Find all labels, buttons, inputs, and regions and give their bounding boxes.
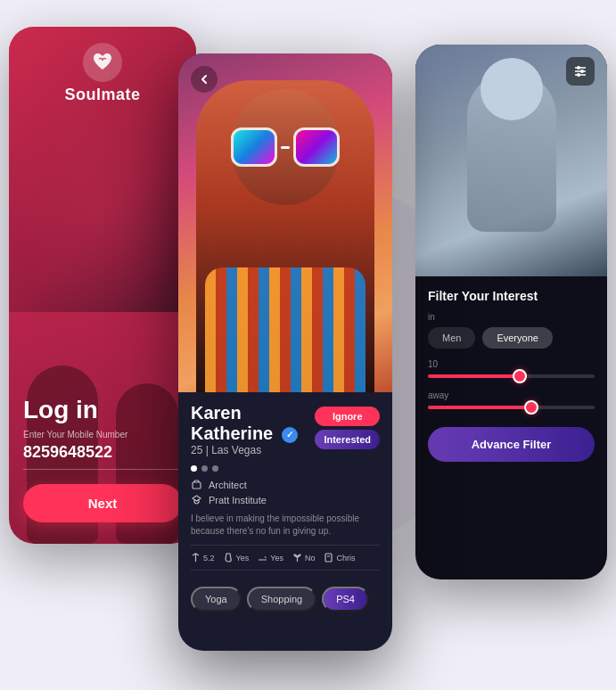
profile-card: KarenKatherine ✓ 25 | Las Vegas Ignore I…: [178, 53, 392, 651]
stat-religion: Chris: [324, 553, 355, 563]
filter-toolbar-button[interactable]: [566, 57, 595, 86]
interested-button[interactable]: Interested: [315, 430, 380, 449]
profile-stats-row: 5.2 Yes Yes: [191, 545, 380, 571]
school-icon: [191, 494, 202, 505]
filter-photo: [415, 45, 607, 276]
gender-men-button[interactable]: Men: [428, 327, 475, 349]
login-phone: 8259648522: [23, 443, 182, 470]
svg-point-5: [577, 73, 580, 77]
stat-height-value: 5.2: [203, 554, 215, 563]
login-card: Soulmate Log in Enter Your Mobile Number…: [9, 27, 196, 544]
back-button[interactable]: [191, 66, 218, 93]
scene: Soulmate Log in Enter Your Mobile Number…: [0, 0, 616, 690]
dot-2: [201, 465, 208, 472]
distance-slider-thumb[interactable]: [524, 400, 538, 415]
age-slider-track[interactable]: [428, 374, 595, 378]
next-button[interactable]: Next: [23, 484, 182, 522]
profile-name-text: KarenKatherine: [191, 403, 273, 443]
app-logo: [83, 43, 122, 82]
photo-dots: [191, 465, 380, 472]
gender-buttons: Men Everyone: [428, 327, 595, 349]
couple-overlay: [9, 80, 196, 330]
height-icon: [191, 553, 201, 563]
stat-drink: Yes: [224, 553, 250, 563]
distance-slider-section: away: [428, 390, 595, 409]
dot-3: [212, 465, 218, 472]
profile-name: KarenKatherine ✓: [191, 403, 298, 444]
smoke-icon: [258, 553, 267, 563]
distance-slider-track[interactable]: [428, 406, 595, 409]
svg-rect-8: [325, 554, 332, 562]
age-label: 10: [428, 359, 438, 369]
profile-location: Las Vegas: [211, 444, 261, 456]
heart-logo-svg: [90, 50, 115, 75]
weed-icon: [292, 553, 302, 563]
filter-gender-label: in: [428, 312, 595, 322]
gender-everyone-button[interactable]: Everyone: [482, 327, 552, 349]
stat-religion-value: Chris: [336, 554, 355, 563]
school-row: Pratt Institute: [191, 494, 380, 505]
profile-name-block: KarenKatherine ✓ 25 | Las Vegas: [191, 403, 298, 462]
profile-action-buttons: Ignore Interested: [315, 407, 380, 449]
login-label: Enter Your Mobile Number: [23, 430, 182, 439]
login-content: Log in Enter Your Mobile Number 82596485…: [9, 378, 196, 544]
school-text: Pratt Institute: [209, 495, 267, 505]
back-arrow-icon: [198, 73, 210, 86]
age-slider-section: 10: [428, 359, 595, 378]
profile-photo: [178, 53, 392, 392]
distance-slider-fill: [428, 406, 531, 409]
profile-info: KarenKatherine ✓ 25 | Las Vegas Ignore I…: [178, 392, 392, 587]
profile-age: 25: [191, 444, 202, 456]
religion-icon: [324, 553, 333, 563]
advance-filter-button[interactable]: Advance Filter: [428, 427, 595, 462]
ignore-button[interactable]: Ignore: [315, 407, 380, 426]
drink-icon: [224, 553, 234, 563]
stat-smoke: Yes: [258, 553, 283, 563]
job-row: Architect: [191, 479, 380, 490]
tag-ps4[interactable]: PS4: [322, 587, 369, 612]
svg-point-4: [580, 70, 584, 73]
svg-rect-6: [193, 482, 201, 489]
stat-weed-value: No: [305, 554, 316, 563]
age-slider-thumb[interactable]: [513, 369, 527, 383]
stat-height: 5.2: [191, 553, 215, 563]
profile-name-row: KarenKatherine ✓ 25 | Las Vegas Ignore I…: [191, 403, 380, 462]
stat-drink-value: Yes: [236, 554, 250, 563]
distance-label-row: away: [428, 390, 595, 400]
logo-area: Soulmate: [9, 43, 196, 104]
filter-card: Filter Your Interest in Men Everyone 10 …: [415, 45, 607, 579]
age-slider-fill: [428, 374, 520, 378]
filter-title: Filter Your Interest: [428, 289, 595, 303]
distance-label: away: [428, 390, 448, 400]
login-title: Log in: [23, 396, 182, 424]
tag-yoga[interactable]: Yoga: [191, 587, 242, 612]
stat-smoke-value: Yes: [270, 554, 283, 563]
profile-bio: I believe in making the impossible possi…: [191, 513, 380, 538]
job-icon: [191, 479, 202, 490]
stat-weed: No: [292, 553, 316, 563]
profile-age-location: 25 | Las Vegas: [191, 444, 298, 456]
age-label-row: 10: [428, 359, 595, 369]
svg-point-3: [577, 66, 580, 70]
verified-badge: ✓: [282, 427, 298, 443]
tags-row: Yoga Shopping PS4: [178, 587, 392, 622]
filter-content: Filter Your Interest in Men Everyone 10 …: [415, 276, 607, 474]
filter-adjust-icon: [573, 64, 587, 78]
job-text: Architect: [209, 480, 247, 490]
dot-1: [191, 465, 197, 472]
app-name: Soulmate: [64, 86, 140, 104]
tag-shopping[interactable]: Shopping: [247, 587, 317, 612]
